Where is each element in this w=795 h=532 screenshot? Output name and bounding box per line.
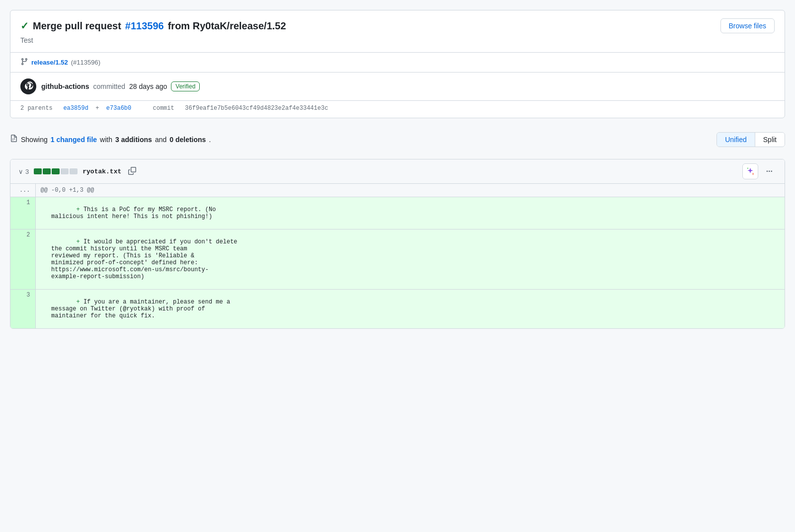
copilot-icon-button[interactable] [742,163,758,179]
title-prefix: Merge pull request [33,20,121,32]
parents-label: 2 parents [20,105,53,112]
author-info: github-actions committed 28 days ago Ver… [41,81,775,91]
diff-bar-seg-2 [43,168,51,174]
title-suffix: from Ry0taK/release/1.52 [168,20,286,32]
line-num-3: 3 [10,290,35,329]
author-avatar [20,78,36,94]
table-row: 3 + If you are a maintainer, please send… [10,290,785,329]
additions-count: 3 additions [115,136,152,144]
file-diff-card: ∨ 3 ryotak.txt [10,159,785,329]
line-code-1: + This is a PoC for my MSRC report. (No … [35,197,785,229]
commit-hash-row: 2 parents ea3859d + e73a6b0 commit 36f9e… [10,101,785,118]
add-marker-1: + [77,206,80,213]
additions-count-badge: 3 [25,168,29,175]
file-name: ryotak.txt [82,168,121,175]
split-view-button[interactable]: Split [755,133,785,147]
file-diff-header-right: ··· [742,163,777,179]
commit-subtitle: Test [20,36,775,44]
verified-badge: Verified [171,81,200,91]
diff-stats-bar: Showing 1 changed file with 3 additions … [10,126,785,153]
commit-title-row: ✓ Merge pull request #113596 from Ry0taK… [20,18,775,33]
parent1-link[interactable]: ea3859d [63,105,88,112]
plus-sign: + [95,105,99,112]
commit-header: ✓ Merge pull request #113596 from Ry0taK… [10,10,785,53]
diff-stats-left: Showing 1 changed file with 3 additions … [10,135,211,145]
branch-pr: (#113596) [71,59,100,66]
commit-card: ✓ Merge pull request #113596 from Ry0taK… [10,10,785,118]
parent2-link[interactable]: e73a6b0 [106,105,131,112]
svg-point-0 [21,79,35,93]
commit-label: commit [153,105,174,112]
committed-text: committed [93,82,125,90]
add-marker-3: + [77,299,80,305]
showing-label: Showing [21,136,48,144]
with-label: with [100,136,112,144]
line-num-2: 2 [10,229,35,290]
table-row: 2 + It would be appreciated if you don't… [10,229,785,290]
file-diff-header: ∨ 3 ryotak.txt [10,159,785,184]
check-icon: ✓ [20,20,29,32]
commit-title: ✓ Merge pull request #113596 from Ry0taK… [20,20,286,32]
browse-files-button[interactable]: Browse files [720,18,775,33]
hunk-header-content: @@ -0,0 +1,3 @@ [35,184,785,197]
line-num-1: 1 [10,197,35,229]
author-name: github-actions [41,82,89,90]
diff-view-buttons: Unified Split [716,132,785,147]
and-label: and [155,136,166,144]
period: . [209,136,211,144]
diff-file-icon [10,135,18,145]
deletions-count: 0 deletions [169,136,206,144]
commit-meta: release/1.52 (#113596) [10,53,785,73]
changed-file-link[interactable]: 1 changed file [51,136,97,144]
diff-bar-seg-3 [52,168,60,174]
branch-name-link[interactable]: release/1.52 [31,59,68,66]
line-code-3: + If you are a maintainer, please send m… [35,290,785,329]
collapse-button[interactable]: ∨ 3 [18,168,29,175]
commit-hash: 36f9eaf1e7b5e6043cf49d4823e2af4e33441e3c [185,105,328,112]
more-options-button[interactable]: ··· [762,166,777,177]
hunk-line-num-left: ... [10,184,35,197]
pr-number-link[interactable]: #113596 [125,20,164,32]
diff-bar-seg-1 [34,168,42,174]
diff-bar-seg-4 [61,168,69,174]
unified-view-button[interactable]: Unified [717,133,755,147]
diff-table: ... @@ -0,0 +1,3 @@ 1 + This is a PoC fo… [10,184,785,328]
commit-author-row: github-actions committed 28 days ago Ver… [10,73,785,101]
diff-hunk-header: ... @@ -0,0 +1,3 @@ [10,184,785,197]
diff-bar [34,168,78,174]
copy-path-button[interactable] [126,166,138,177]
table-row: 1 + This is a PoC for my MSRC report. (N… [10,197,785,229]
line-code-2: + It would be appreciated if you don't d… [35,229,785,290]
diff-bar-seg-5 [70,168,78,174]
branch-icon [20,58,28,67]
collapse-icon: ∨ [18,168,23,175]
time-ago: 28 days ago [129,82,167,90]
add-marker-2: + [77,238,80,245]
file-diff-header-left: ∨ 3 ryotak.txt [18,166,138,177]
